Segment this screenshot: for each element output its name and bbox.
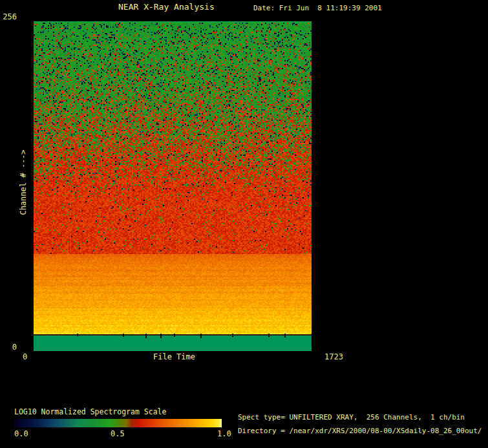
colorbar-title: LOG10 Normalized Spectrogram Scale	[14, 407, 166, 416]
x-axis-title: File Time	[153, 352, 195, 361]
spect-type-info: Spect type= UNFILTERED XRAY, 256 Channel…	[238, 413, 465, 422]
y-axis-min-tick: 0	[0, 343, 17, 352]
page-title: NEAR X-Ray Analysis	[118, 3, 215, 12]
near-xray-analysis-window: NEAR X-Ray Analysis Date: Fri Jun 8 11:1…	[0, 0, 488, 448]
timestamp-label: Date: Fri Jun 8 11:19:39 2001	[253, 4, 382, 13]
colorbar-gradient	[14, 419, 222, 427]
y-axis-title: Channel # --->	[19, 149, 28, 215]
x-axis-max-tick: 1723	[324, 352, 343, 361]
spectrogram-canvas	[34, 21, 312, 351]
colorbar-tick-max: 1.0	[217, 429, 231, 438]
colorbar-tick-mid: 0.5	[111, 429, 125, 438]
y-axis-max-tick: 256	[0, 12, 17, 21]
directory-path: Directory = /near/xdr/XRS/2000/08-00/XSd…	[238, 427, 482, 436]
colorbar-tick-min: 0.0	[14, 429, 28, 438]
x-axis-min-tick: 0	[23, 352, 27, 361]
